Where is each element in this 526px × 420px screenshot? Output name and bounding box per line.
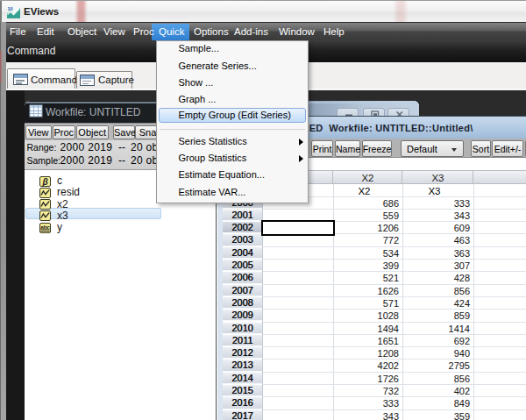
svg-text:10: 10: [8, 6, 13, 11]
